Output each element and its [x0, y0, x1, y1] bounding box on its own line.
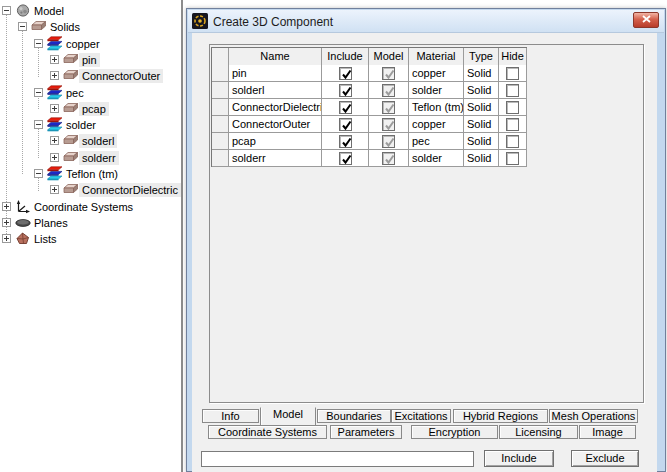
- cell-name[interactable]: solderl: [229, 82, 322, 99]
- model-checkbox: [382, 67, 395, 80]
- hide-checkbox[interactable]: [506, 152, 519, 165]
- tree-item-pin[interactable]: pin: [0, 52, 181, 68]
- solid-box-icon: [31, 19, 47, 34]
- tree-item-label: ConnectorDielectric: [79, 183, 181, 197]
- tree-item-label: Coordinate Systems: [31, 200, 136, 214]
- expand-icon[interactable]: [50, 185, 59, 194]
- hide-checkbox[interactable]: [506, 101, 519, 114]
- hide-checkbox[interactable]: [506, 67, 519, 80]
- cell-include: [322, 133, 369, 150]
- plane-icon: [15, 215, 31, 230]
- tab-image[interactable]: Image: [579, 425, 636, 439]
- tab-coordinate-systems[interactable]: Coordinate Systems: [208, 425, 327, 439]
- tree-item-pec[interactable]: pec: [0, 85, 181, 101]
- include-checkbox[interactable]: [339, 67, 352, 80]
- tree-item-pcap[interactable]: pcap: [0, 101, 181, 117]
- collapse-icon[interactable]: [34, 39, 43, 48]
- cell-hide: [499, 65, 527, 82]
- hide-checkbox[interactable]: [506, 84, 519, 97]
- cell-hide: [499, 150, 527, 167]
- solid-box-icon: [63, 150, 79, 165]
- collapse-icon[interactable]: [34, 169, 43, 178]
- expand-icon[interactable]: [50, 55, 59, 64]
- include-checkbox[interactable]: [339, 118, 352, 131]
- cell-material[interactable]: solder: [409, 150, 464, 167]
- dialog-titlebar[interactable]: Create 3D Component: [188, 10, 664, 33]
- tree-item-solder[interactable]: solder: [0, 117, 181, 133]
- row-selector[interactable]: [212, 133, 229, 150]
- include-button[interactable]: Include: [484, 450, 554, 467]
- include-checkbox[interactable]: [339, 101, 352, 114]
- row-selector[interactable]: [212, 116, 229, 133]
- component-table: Name Include Model Material Type Hide pi…: [211, 47, 527, 167]
- tree-item-solderr[interactable]: solderr: [0, 150, 181, 166]
- material-layers-icon: [47, 117, 63, 132]
- expand-icon[interactable]: [50, 104, 59, 113]
- column-header-material[interactable]: Material: [409, 48, 464, 66]
- cell-name[interactable]: ConnectorOuter: [229, 116, 322, 133]
- tree-item-connectordielectric[interactable]: ConnectorDielectric: [0, 182, 181, 198]
- tab-encryption[interactable]: Encryption: [411, 425, 498, 439]
- collapse-icon[interactable]: [2, 6, 11, 15]
- expand-icon[interactable]: [50, 136, 59, 145]
- exclude-button[interactable]: Exclude: [571, 450, 639, 467]
- tab-parameters[interactable]: Parameters: [330, 425, 402, 439]
- include-checkbox[interactable]: [339, 152, 352, 165]
- tree-item-copper[interactable]: copper: [0, 36, 181, 52]
- cell-material[interactable]: Teflon (tm): [409, 99, 464, 116]
- tab-licensing[interactable]: Licensing: [499, 425, 578, 439]
- cell-name[interactable]: pin: [229, 65, 322, 82]
- cell-material[interactable]: copper: [409, 116, 464, 133]
- cell-hide: [499, 133, 527, 150]
- cell-name[interactable]: pcap: [229, 133, 322, 150]
- collapse-icon[interactable]: [34, 120, 43, 129]
- tab-mesh-operations[interactable]: Mesh Operations: [549, 409, 638, 423]
- object-filter-input[interactable]: [201, 451, 474, 467]
- tab-boundaries[interactable]: Boundaries: [317, 409, 391, 423]
- tree-item-model[interactable]: Model: [0, 3, 181, 19]
- cell-type: Solid: [464, 82, 499, 99]
- column-header-type[interactable]: Type: [464, 48, 499, 66]
- tree-item-solderl[interactable]: solderl: [0, 133, 181, 149]
- column-header-hide[interactable]: Hide: [499, 48, 527, 66]
- tab-excitations[interactable]: Excitations: [391, 409, 451, 423]
- tab-model[interactable]: Model: [260, 407, 316, 426]
- cell-material[interactable]: copper: [409, 65, 464, 82]
- close-button[interactable]: [633, 12, 659, 28]
- cell-name[interactable]: solderr: [229, 150, 322, 167]
- tree-item-connectorouter[interactable]: ConnectorOuter: [0, 68, 181, 84]
- tree-item-solids[interactable]: Solids: [0, 19, 181, 35]
- include-checkbox[interactable]: [339, 84, 352, 97]
- column-header-model[interactable]: Model: [369, 48, 409, 66]
- tree-item-teflon[interactable]: Teflon (tm): [0, 166, 181, 182]
- cell-type: Solid: [464, 99, 499, 116]
- row-selector[interactable]: [212, 82, 229, 99]
- tree-item-planes[interactable]: Planes: [0, 215, 181, 231]
- cell-material[interactable]: pec: [409, 133, 464, 150]
- cell-material[interactable]: solder: [409, 82, 464, 99]
- collapse-icon[interactable]: [34, 88, 43, 97]
- dialog-client-area: Name Include Model Material Type Hide pi…: [192, 33, 657, 472]
- tree-item-coordinate-systems[interactable]: Coordinate Systems: [0, 199, 181, 215]
- tab-hybrid-regions[interactable]: Hybrid Regions: [453, 409, 548, 423]
- include-checkbox[interactable]: [339, 135, 352, 148]
- hide-checkbox[interactable]: [506, 135, 519, 148]
- cell-name[interactable]: ConnectorDielectric: [229, 99, 322, 116]
- material-layers-icon: [47, 166, 63, 181]
- row-selector[interactable]: [212, 65, 229, 82]
- tree-item-lists[interactable]: Lists: [0, 231, 181, 247]
- model-checkbox: [382, 101, 395, 114]
- row-selector[interactable]: [212, 99, 229, 116]
- expand-icon[interactable]: [50, 153, 59, 162]
- expand-icon[interactable]: [50, 71, 59, 80]
- column-header-include[interactable]: Include: [322, 48, 369, 66]
- column-header-name[interactable]: Name: [229, 48, 322, 66]
- model-tree-panel: Model Solids copper pin ConnectorOuter p…: [0, 0, 181, 472]
- row-selector[interactable]: [212, 150, 229, 167]
- expand-icon[interactable]: [2, 218, 11, 227]
- hide-checkbox[interactable]: [506, 118, 519, 131]
- expand-icon[interactable]: [2, 234, 11, 243]
- tab-info[interactable]: Info: [202, 409, 259, 423]
- collapse-icon[interactable]: [18, 22, 27, 31]
- expand-icon[interactable]: [2, 202, 11, 211]
